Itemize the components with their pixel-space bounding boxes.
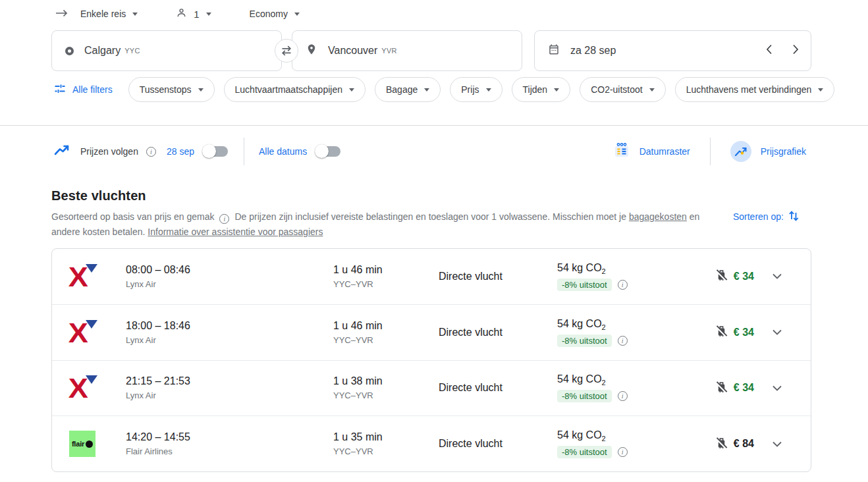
destination-field[interactable]: Vancouver YVR bbox=[292, 30, 522, 71]
info-icon[interactable]: i bbox=[618, 280, 628, 290]
flight-stops: Directe vlucht bbox=[439, 382, 557, 394]
baggage-fees-link[interactable]: bagagekosten bbox=[629, 211, 687, 222]
chevron-down-icon bbox=[424, 88, 429, 92]
flight-row[interactable]: X 08:00 – 08:46 Lynx Air 1 u 46 min YYC–… bbox=[52, 249, 811, 304]
search-row: Calgary YYC Vancouver YVR za 28 sep bbox=[51, 30, 811, 71]
emission-badge: -8% uitstoot bbox=[557, 279, 612, 291]
origin-field[interactable]: Calgary YYC bbox=[51, 30, 282, 71]
chevron-down-icon bbox=[206, 13, 211, 16]
lynx-air-logo: X bbox=[69, 263, 99, 290]
price-graph-icon bbox=[730, 141, 751, 162]
chevron-down-icon bbox=[773, 441, 782, 447]
date-grid-label: Datumraster bbox=[639, 146, 690, 157]
previous-date-button[interactable] bbox=[766, 44, 773, 57]
calendar-grid-icon bbox=[613, 142, 630, 161]
origin-airport-code: YYC bbox=[124, 47, 140, 55]
flight-duration: 1 u 38 min bbox=[333, 375, 439, 387]
flight-duration: 1 u 35 min bbox=[333, 431, 439, 443]
info-icon[interactable]: i bbox=[618, 336, 628, 346]
filter-chip-connecting-airports[interactable]: Luchthavens met verbindingen bbox=[675, 77, 835, 102]
no-baggage-icon bbox=[715, 268, 728, 284]
swap-icon bbox=[280, 44, 293, 57]
sort-label: Sorteren op: bbox=[733, 211, 784, 222]
flight-times: 08:00 – 08:46 bbox=[126, 264, 333, 276]
all-filters-button[interactable]: Alle filters bbox=[51, 78, 119, 102]
airline-name: Flair Airlines bbox=[126, 446, 333, 456]
passenger-assistance-link[interactable]: Informatie over assistentie voor passagi… bbox=[148, 227, 323, 237]
date-field[interactable]: za 28 sep bbox=[534, 30, 811, 71]
chevron-down-icon bbox=[773, 385, 782, 391]
cabin-class-dropdown[interactable]: Economy bbox=[244, 5, 305, 23]
price-graph-label: Prijsgrafiek bbox=[761, 146, 806, 157]
flight-price: € 34 bbox=[734, 271, 754, 282]
airline-name: Lynx Air bbox=[126, 335, 333, 345]
page-title: Beste vluchten bbox=[51, 188, 811, 203]
expand-flight-button[interactable] bbox=[754, 329, 800, 335]
flight-stops: Directe vlucht bbox=[439, 327, 557, 338]
price-tracking-row: Prijzen volgen i 28 sep Alle datums Datu… bbox=[51, 136, 811, 167]
best-flights-list: X 08:00 – 08:46 Lynx Air 1 u 46 min YYC–… bbox=[51, 248, 811, 472]
info-icon[interactable]: i bbox=[618, 447, 628, 457]
section-divider bbox=[0, 125, 868, 126]
flight-route: YYC–YVR bbox=[333, 446, 439, 456]
tune-icon bbox=[54, 83, 66, 97]
co2-amount: 54 kg CO2 bbox=[557, 373, 699, 387]
flair-airlines-logo: flair bbox=[69, 431, 95, 457]
date-grid-button[interactable]: Datumraster bbox=[608, 139, 695, 164]
origin-ring-icon bbox=[65, 47, 74, 55]
expand-flight-button[interactable] bbox=[754, 385, 800, 391]
calendar-icon bbox=[548, 43, 560, 59]
filter-chip-airlines[interactable]: Luchtvaartmaatschappijen bbox=[224, 77, 366, 102]
swap-airports-button[interactable] bbox=[275, 39, 298, 63]
flight-price: € 84 bbox=[734, 438, 754, 450]
chevron-down-icon bbox=[132, 13, 138, 16]
info-icon[interactable]: i bbox=[146, 147, 156, 157]
info-icon[interactable]: i bbox=[219, 214, 229, 224]
info-icon[interactable]: i bbox=[618, 391, 628, 401]
destination-airport-code: YVR bbox=[381, 47, 397, 55]
co2-amount: 54 kg CO2 bbox=[557, 429, 699, 442]
person-icon bbox=[176, 7, 187, 20]
flight-row[interactable]: X 21:15 – 21:53 Lynx Air 1 u 38 min YYC–… bbox=[52, 360, 811, 416]
no-baggage-icon bbox=[715, 324, 728, 340]
next-date-button[interactable] bbox=[792, 44, 799, 57]
chevron-down-icon bbox=[818, 88, 823, 92]
date-toggle[interactable] bbox=[203, 146, 228, 157]
price-graph-button[interactable]: Prijsgrafiek bbox=[725, 138, 811, 165]
expand-flight-button[interactable] bbox=[754, 273, 800, 279]
location-pin-icon bbox=[306, 42, 317, 59]
expand-flight-button[interactable] bbox=[754, 441, 800, 447]
flight-duration: 1 u 46 min bbox=[333, 320, 439, 332]
trip-type-dropdown[interactable]: Enkele reis bbox=[75, 5, 143, 23]
all-filters-label: Alle filters bbox=[72, 84, 113, 95]
sort-by-button[interactable]: Sorteren op: bbox=[733, 209, 800, 224]
filter-chip-bags[interactable]: Bagage bbox=[375, 77, 441, 102]
flight-times: 14:20 – 14:55 bbox=[126, 431, 333, 443]
chevron-down-icon bbox=[198, 88, 203, 92]
passengers-dropdown[interactable]: 1 bbox=[171, 3, 216, 24]
filter-chip-price[interactable]: Prijs bbox=[450, 77, 502, 102]
vertical-divider bbox=[244, 138, 244, 165]
filter-chip-times[interactable]: Tijden bbox=[512, 77, 571, 102]
flight-times: 18:00 – 18:46 bbox=[126, 320, 333, 332]
all-dates-toggle[interactable] bbox=[316, 146, 340, 157]
lynx-air-logo: X bbox=[69, 319, 99, 346]
co2-amount: 54 kg CO2 bbox=[557, 318, 699, 331]
chevron-down-icon bbox=[554, 88, 559, 92]
flight-price: € 34 bbox=[734, 327, 754, 338]
sort-arrows-icon bbox=[788, 209, 800, 224]
chevron-down-icon bbox=[349, 88, 354, 92]
flight-row[interactable]: X 18:00 – 18:46 Lynx Air 1 u 46 min YYC–… bbox=[52, 304, 811, 360]
flight-row[interactable]: flair 14:20 – 14:55 Flair Airlines 1 u 3… bbox=[52, 415, 811, 471]
filter-chip-stops[interactable]: Tussenstops bbox=[128, 77, 215, 102]
flight-stops: Directe vlucht bbox=[439, 271, 557, 282]
flight-price: € 34 bbox=[734, 382, 754, 394]
date-toggle-label: 28 sep bbox=[167, 146, 194, 157]
date-value: za 28 sep bbox=[570, 45, 616, 57]
chevron-down-icon bbox=[773, 273, 782, 279]
all-dates-toggle-label: Alle datums bbox=[259, 146, 307, 157]
co2-amount: 54 kg CO2 bbox=[557, 262, 699, 275]
chevron-down-icon bbox=[773, 329, 782, 335]
airline-name: Lynx Air bbox=[126, 279, 333, 289]
filter-chip-emissions[interactable]: CO2-uitstoot bbox=[580, 77, 666, 102]
